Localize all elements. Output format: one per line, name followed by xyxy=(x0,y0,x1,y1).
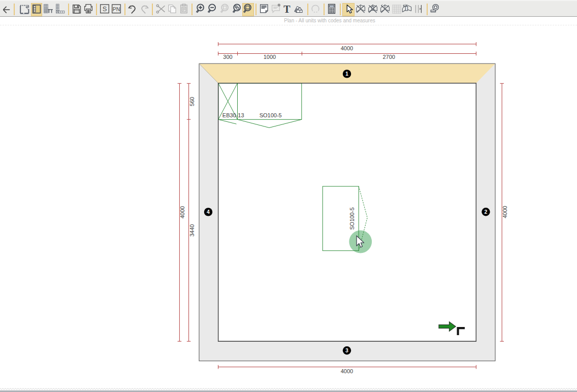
svg-text:PN: PN xyxy=(112,6,120,12)
svg-text:300: 300 xyxy=(223,54,232,60)
svg-text:SO100-5: SO100-5 xyxy=(260,112,282,118)
svg-text:1: 1 xyxy=(345,71,348,77)
svg-text:2: 2 xyxy=(485,209,488,215)
svg-text:560: 560 xyxy=(189,97,195,106)
svg-text:1000: 1000 xyxy=(264,54,276,60)
svg-text:T: T xyxy=(283,4,291,15)
svg-text:S: S xyxy=(102,5,107,13)
svg-text:3: 3 xyxy=(345,347,348,353)
svg-text:4: 4 xyxy=(207,209,210,215)
svg-text:2700: 2700 xyxy=(382,54,395,60)
svg-text:SO100-5: SO100-5 xyxy=(349,207,355,230)
svg-text:4000: 4000 xyxy=(341,45,353,51)
svg-text:4000: 4000 xyxy=(502,206,508,218)
svg-text:4000: 4000 xyxy=(179,206,185,218)
svg-text:4000: 4000 xyxy=(341,368,353,374)
svg-text:3440: 3440 xyxy=(189,224,195,237)
svg-text:EB30-13: EB30-13 xyxy=(222,112,244,118)
